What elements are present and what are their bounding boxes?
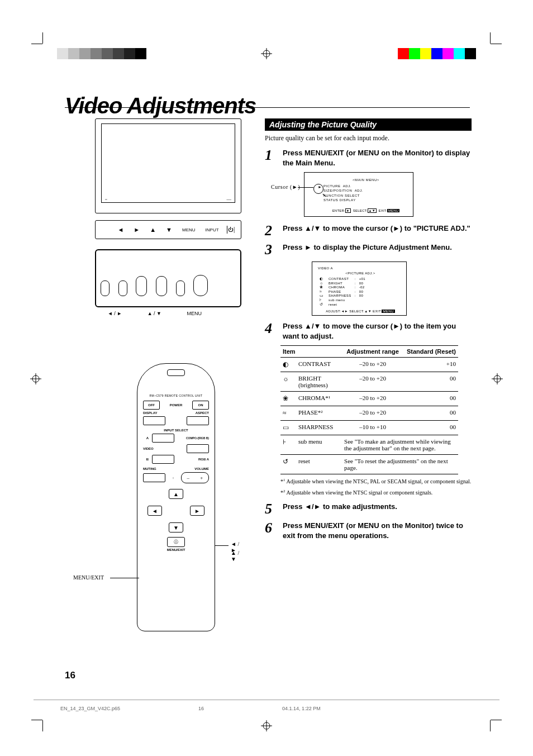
step-body-1: Press MENU/EXIT (or MENU on the Monitor)…: [283, 148, 472, 168]
grayscale-swatches: [57, 48, 146, 61]
row-submenu: ⊦ sub menu See "To make an adjustment wh…: [280, 435, 458, 455]
row-bright: ☼ BRIGHT (brightness) –20 to +20 00: [280, 372, 458, 392]
left-arrow-icon: ◄: [117, 227, 123, 233]
remote-model-label: RM–C579 REMOTE CONTROL UNIT: [143, 394, 209, 397]
cursor-icon: ►: [318, 185, 322, 189]
th-item: Item: [280, 346, 342, 358]
monitor-body: ┉ ──: [95, 118, 241, 213]
a-label: A: [143, 436, 152, 440]
menu-label: MENU: [182, 227, 196, 232]
reset-icon: ↺: [280, 455, 296, 474]
rgba-label: RGB A: [174, 458, 209, 461]
footer-file: EN_14_23_GM_V42C.p65: [60, 706, 120, 711]
remote-down-button[interactable]: ▼: [169, 522, 183, 532]
row-sharpness: ▭ SHARPNESS –10 to +10 00: [280, 421, 458, 435]
color-swatches: [398, 48, 476, 61]
video-label: VIDEO: [143, 447, 160, 450]
osd1-line-1: SIZE/POSITION ADJ.: [323, 188, 408, 193]
muting-button[interactable]: [143, 473, 165, 482]
osd1-line-0: PICTURE ADJ.: [323, 184, 408, 188]
footer-rule: [34, 700, 499, 700]
title-rule: [65, 107, 470, 108]
row-phase: ≈ PHASE*² –20 to +20 00: [280, 406, 458, 421]
remote-power-row: OFF POWER ON: [143, 401, 209, 410]
display-button[interactable]: [143, 416, 165, 425]
aspect-button[interactable]: [187, 416, 209, 425]
page-number: 16: [65, 670, 75, 681]
remote-arrow-pad: ▲ ▼ ◄ ►: [143, 489, 209, 532]
vol-minus: –: [187, 475, 190, 481]
muting-label: MUTING: [143, 467, 176, 470]
remote-figure: RM–C579 REMOTE CONTROL UNIT OFF POWER ON…: [75, 363, 243, 654]
step-number-4: 4: [265, 321, 277, 341]
remote-display-aspect-labels: DISPLAY ASPECT: [143, 411, 209, 415]
row-chroma: ❀ CHROMA*¹ –20 to +20 00: [280, 392, 458, 406]
right-arrow-icon: ►: [134, 227, 140, 233]
remote-up-button[interactable]: ▲: [169, 489, 183, 499]
volume-rocker[interactable]: – +: [181, 472, 209, 483]
footnote-1: *1 Adjustable when viewing the NTSC, PAL…: [280, 478, 472, 485]
osd2-title: <PICTURE ADJ.>: [318, 272, 403, 275]
instructions-column: Adjusting the Picture Quality Picture qu…: [265, 118, 472, 545]
up-arrow-icon: ▲: [150, 227, 156, 233]
phase-icon: ≈: [280, 406, 296, 421]
sharpness-icon: ▭: [280, 421, 296, 435]
step-body-3: Press ► to display the Picture Adjustmen…: [283, 243, 472, 257]
step-1: 1 Press MENU/EXIT (or MENU on the Monito…: [265, 148, 472, 168]
callout-menu-exit: MENU/EXIT: [73, 574, 104, 581]
chroma-icon: ❀: [280, 392, 296, 406]
down-arrow-icon: ▼: [166, 227, 172, 233]
step-number-2: 2: [265, 224, 277, 238]
knob-2: [118, 280, 127, 296]
page: Video Adjustments ┉ ── ◄ ► ▲ ▼ MENU INPU…: [0, 0, 533, 756]
input-compo-button[interactable]: [187, 444, 209, 453]
power-label: POWER: [160, 403, 192, 407]
adjustment-table: Item Adjustment range Standard (Reset) ◐…: [280, 345, 458, 474]
remote-right-button[interactable]: ►: [190, 506, 204, 516]
row-contrast: ◐ CONTRAST –20 to +20 +10: [280, 358, 458, 372]
input-label: INPUT: [206, 227, 219, 232]
step-5: 5 Press ◄/► to make adjustments.: [265, 502, 472, 516]
osd1-footer: ENTER:► SELECT:▲▼ EXIT:MENU: [323, 208, 408, 213]
compo-label: COMPO./(RGB B): [174, 437, 209, 440]
step-2: 2 Press ▲/▼ to move the cursor (►) to "P…: [265, 224, 472, 238]
vol-plus: +: [200, 475, 203, 481]
label-up-down: ▲ / ▼: [147, 311, 161, 316]
remote-menu-exit-label: MENU/EXIT: [143, 548, 209, 551]
front-panel-labels: ◄ / ► ▲ / ▼ MENU: [95, 311, 241, 316]
osd2-input: VIDEO A: [318, 267, 403, 270]
on-button[interactable]: ON: [192, 401, 209, 410]
contrast-icon: ◐: [280, 358, 296, 372]
step-body-6: Press MENU/EXIT (or MENU on the Monitor)…: [283, 521, 472, 540]
power-icon: ⏻│: [227, 226, 236, 234]
callout-line-right: [215, 545, 229, 546]
step-body-4: Press ▲/▼ to move the cursor (►) to the …: [283, 321, 472, 341]
step-number-1: 1: [265, 148, 277, 168]
monitor-screen: ┉ ──: [101, 123, 235, 203]
bezel-badge-right: ──: [226, 198, 231, 201]
section-heading: Adjusting the Picture Quality: [265, 118, 472, 131]
remote-menu-exit-button[interactable]: ⦾: [167, 537, 185, 547]
remote-body: RM–C579 REMOTE CONTROL UNIT OFF POWER ON…: [137, 363, 215, 631]
remote-left-button[interactable]: ◄: [147, 506, 162, 516]
register-target-bottom: [261, 720, 272, 731]
osd1-line-3: STATUS DISPLAY: [323, 198, 408, 202]
step-number-3: 3: [265, 243, 277, 257]
th-std: Standard (Reset): [403, 346, 458, 358]
osd1-line-2: FUNCTION SELECT: [323, 193, 408, 198]
register-target-right: [492, 373, 503, 384]
footnote-2: *2 Adjustable when viewing the NTSC sign…: [280, 489, 472, 496]
knob-4: [156, 276, 167, 296]
oval-button: [193, 275, 208, 296]
step-3: 3 Press ► to display the Picture Adjustm…: [265, 243, 472, 257]
label-spacer: [227, 311, 229, 316]
footer-date: 04.1.14, 1:22 PM: [282, 706, 321, 711]
input-a-button[interactable]: [152, 434, 174, 443]
bezel-badge-left: ┉: [105, 197, 107, 201]
step-number-6: 6: [265, 521, 277, 540]
aspect-label: ASPECT: [176, 411, 209, 415]
label-menu: MENU: [187, 311, 202, 316]
footer-line: EN_14_23_GM_V42C.p65 16 04.1.14, 1:22 PM: [60, 706, 321, 711]
input-b-button[interactable]: [152, 455, 174, 464]
off-button[interactable]: OFF: [143, 401, 160, 410]
